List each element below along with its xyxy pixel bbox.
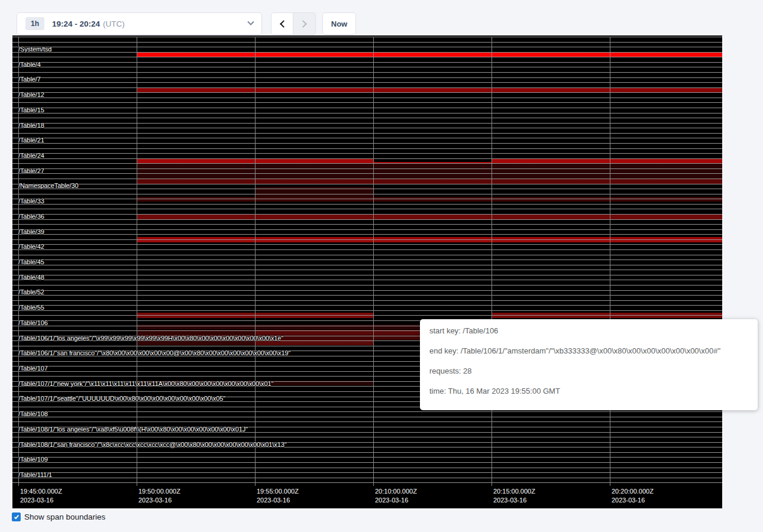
row-label: /Table/107/1/"new york"/"\x11\x11\x11\x1… — [18, 381, 273, 387]
heat-band — [137, 237, 722, 242]
heat-band — [255, 187, 373, 197]
heat-band — [137, 179, 722, 184]
row-label: /Table/107 — [18, 365, 48, 372]
row-label: /Table/108/1/"san francisco"/"\x8c\xcc\x… — [18, 442, 287, 448]
tooltip-start-key: start key: /Table/106 — [429, 327, 748, 335]
time-nav-group — [271, 12, 316, 35]
time-gridline — [492, 37, 492, 486]
heat-band — [137, 197, 722, 202]
row-label: /Table/108 — [18, 411, 48, 417]
x-axis-tick-label: 19:50:00.000Z 2023-03-16 — [138, 487, 180, 505]
row-label: /Table/18 — [18, 122, 44, 129]
row-label: /Table/12 — [18, 92, 44, 98]
row-label: /Table/111/1 — [18, 472, 52, 478]
x-axis-tick-label: 20:15:00.000Z 2023-03-16 — [493, 487, 535, 505]
x-axis-tick-label: 20:10:00.000Z 2023-03-16 — [375, 487, 417, 505]
time-gridline — [255, 37, 256, 486]
row-label: /Table/106/1/"los angeles"/"\x99\x99\x99… — [18, 335, 283, 342]
heat-band — [137, 215, 722, 220]
row-label: /Table/109 — [18, 456, 48, 463]
row-label: /Table/107/1/"seattle"/"UUUUUUD\x00\x80\… — [18, 395, 225, 402]
row-label: /Table/27 — [18, 168, 44, 174]
prev-time-button[interactable] — [271, 12, 293, 35]
time-range-selector[interactable]: 1h 19:24 - 20:24 (UTC) — [17, 12, 262, 35]
heatmap-canvas[interactable]: /System/tsd/Table/4/Table/7/Table/12/Tab… — [12, 35, 722, 508]
chevron-down-icon — [247, 19, 254, 25]
span-tooltip: start key: /Table/106 end key: /Table/10… — [420, 319, 758, 410]
now-button[interactable]: Now — [322, 12, 356, 35]
checkmark-icon — [14, 514, 18, 519]
row-label: /Table/39 — [18, 229, 44, 235]
heat-band — [492, 313, 722, 318]
next-time-button-disabled[interactable] — [293, 12, 316, 35]
x-axis-tick-label: 19:45:00.000Z 2023-03-16 — [20, 487, 62, 505]
span-boundaries-layer — [12, 37, 722, 486]
time-gridline — [137, 37, 137, 486]
tooltip-end-key: end key: /Table/106/1/"amsterdam"/"\xb33… — [429, 347, 748, 355]
row-label: /Table/15 — [18, 107, 44, 113]
time-range-text: 19:24 - 20:24 — [52, 20, 100, 28]
heat-band — [137, 88, 722, 93]
chevron-right-icon — [299, 20, 307, 28]
row-label: /Table/33 — [18, 198, 44, 205]
show-span-boundaries-checkbox[interactable] — [12, 512, 21, 521]
row-label: /System/tsd — [18, 46, 51, 53]
heat-band — [492, 158, 722, 164]
footer: Show span boundaries — [12, 512, 105, 522]
row-label: /Table/45 — [18, 259, 44, 265]
heat-band — [137, 164, 722, 179]
row-label: /Table/108/1/"los angeles"/"\xa8\xf5\u00… — [18, 426, 248, 433]
x-axis-tick-label: 20:20:00.000Z 2023-03-16 — [612, 487, 654, 505]
row-label: /Table/48 — [18, 274, 44, 281]
x-axis-tick-label: 19:55:00.000Z 2023-03-16 — [257, 487, 299, 505]
row-label: /Table/52 — [18, 289, 44, 296]
row-label: /Table/36 — [18, 213, 44, 220]
show-span-boundaries-label: Show span boundaries — [24, 512, 105, 522]
tooltip-requests: requests: 28 — [429, 367, 748, 375]
time-gridline — [610, 37, 610, 486]
key-visualizer-page: 1h 19:24 - 20:24 (UTC) Now /System/tsd/T… — [0, 0, 763, 532]
heat-band — [137, 330, 255, 335]
row-label: /Table/106 — [18, 320, 48, 326]
time-range-chip: 1h — [25, 17, 44, 30]
row-label: /Table/55 — [18, 304, 44, 311]
row-label: /Table/21 — [18, 137, 44, 144]
heat-band — [137, 53, 722, 57]
chevron-left-icon — [280, 20, 287, 28]
row-label: /NamespaceTable/30 — [18, 183, 79, 189]
tooltip-time: time: Thu, 16 Mar 2023 19:55:00 GMT — [429, 387, 748, 395]
time-range-timezone: (UTC) — [103, 20, 125, 28]
row-label: /Table/106/1/"san francisco"/"\x80\x00\x… — [18, 350, 290, 356]
row-label: /Table/24 — [18, 153, 44, 159]
time-gridline — [373, 37, 374, 486]
row-label: /Table/4 — [18, 61, 41, 68]
row-label: /Table/42 — [18, 244, 44, 250]
row-label: /Table/7 — [18, 76, 41, 83]
